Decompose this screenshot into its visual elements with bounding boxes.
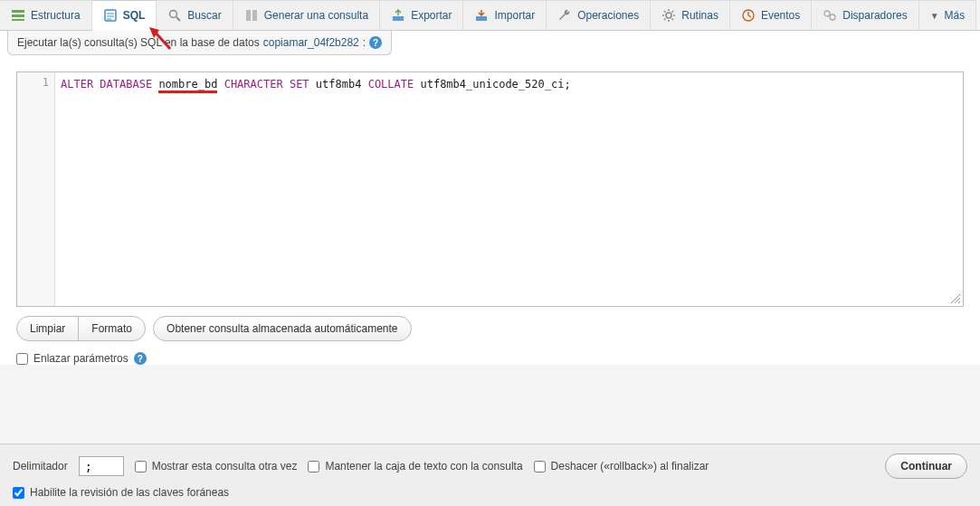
tab-events[interactable]: Eventos: [730, 0, 812, 30]
svg-rect-6: [246, 10, 251, 21]
fk-check-label[interactable]: Habilite la revisión de las claves forán…: [13, 486, 229, 499]
kw-database: DATABASE: [100, 78, 152, 91]
gear-icon: [661, 8, 676, 23]
wrench-icon: [557, 8, 572, 23]
autosave-button[interactable]: Obtener consulta almacenada automáticame…: [153, 316, 412, 341]
svg-rect-7: [252, 10, 257, 21]
tab-structure[interactable]: Estructura: [0, 0, 92, 30]
tab-import[interactable]: Importar: [463, 0, 547, 30]
svg-point-10: [666, 13, 671, 18]
tab-export[interactable]: Exportar: [380, 0, 463, 30]
tab-search[interactable]: Buscar: [157, 0, 233, 30]
sql-editor[interactable]: 1 ALTER DATABASE nombre_bd CHARACTER SET…: [16, 72, 964, 307]
delimiter-input[interactable]: [79, 456, 124, 476]
line-number: 1: [17, 76, 49, 89]
clear-button[interactable]: Limpiar: [17, 317, 78, 340]
main-content: Ejecutar la(s) consulta(s) SQL en la bas…: [0, 31, 980, 365]
svg-point-13: [830, 14, 835, 20]
clock-icon: [741, 8, 756, 23]
tab-label: SQL: [123, 9, 146, 22]
tab-routines[interactable]: Rutinas: [651, 0, 730, 30]
tab-label: Generar una consulta: [264, 9, 368, 22]
sql-run-header: Ejecutar la(s) consulta(s) SQL en la bas…: [7, 31, 392, 55]
tab-label: Rutinas: [681, 9, 718, 22]
fk-check-text: Habilite la revisión de las claves forán…: [30, 486, 229, 499]
editor-gutter: 1: [17, 72, 55, 306]
footer-row-1: Delimitador Mostrar esta consulta otra v…: [13, 453, 967, 479]
svg-rect-9: [476, 16, 487, 21]
tab-label: Eventos: [761, 9, 800, 22]
help-icon[interactable]: ?: [134, 352, 147, 365]
tab-label: Más: [945, 9, 966, 22]
structure-icon: [11, 8, 25, 23]
rollback-checkbox[interactable]: [534, 461, 546, 473]
svg-point-4: [170, 11, 177, 18]
export-icon: [391, 8, 405, 23]
tab-sql[interactable]: SQL: [92, 0, 157, 31]
retain-box-text: Mantener la caja de texto con la consult…: [325, 460, 522, 473]
editor-toolbar: Limpiar Formato Obtener consulta almacen…: [16, 316, 964, 341]
tab-operations[interactable]: Operaciones: [547, 0, 651, 30]
clear-format-group: Limpiar Formato: [16, 316, 146, 341]
continue-button[interactable]: Continuar: [885, 453, 967, 479]
tab-label: Buscar: [187, 9, 221, 22]
help-icon[interactable]: ?: [369, 36, 382, 49]
collate-value: utf8mb4_unicode_520_ci;: [420, 78, 570, 91]
kw-alter: ALTER: [61, 78, 93, 91]
rollback-label[interactable]: Deshacer («rollback») al finalizar: [534, 460, 709, 473]
header-dbname[interactable]: copiamar_04f2b282: [263, 36, 359, 49]
kw-character: CHARACTER: [224, 78, 283, 91]
svg-rect-0: [12, 10, 24, 13]
charset-value: utf8mb4: [316, 78, 362, 91]
svg-rect-8: [393, 16, 404, 21]
chevron-down-icon: ▼: [930, 11, 939, 21]
header-suffix: :: [363, 36, 366, 49]
fk-check-checkbox[interactable]: [13, 487, 24, 499]
bind-params-text: Enlazar parámetros: [33, 352, 128, 365]
bind-params-checkbox[interactable]: [16, 353, 28, 365]
tab-label: Estructura: [31, 9, 81, 22]
tab-label: Importar: [494, 9, 535, 22]
retain-box-checkbox[interactable]: [308, 461, 319, 473]
svg-line-5: [176, 17, 180, 21]
footer-row-2: Habilite la revisión de las claves forán…: [13, 486, 967, 499]
search-icon: [167, 8, 182, 23]
rollback-text: Deshacer («rollback») al finalizar: [551, 460, 709, 473]
tab-label: Disparadores: [842, 9, 907, 22]
db-identifier: nombre_bd: [158, 78, 217, 93]
retain-box-label[interactable]: Mantener la caja de texto con la consult…: [308, 460, 522, 473]
import-icon: [474, 8, 489, 23]
kw-set: SET: [290, 78, 309, 91]
footer-bar: Delimitador Mostrar esta consulta otra v…: [0, 444, 980, 506]
tab-more[interactable]: ▼ Más: [919, 0, 977, 30]
bind-params-label[interactable]: Enlazar parámetros: [16, 352, 128, 365]
tab-triggers[interactable]: Disparadores: [812, 0, 918, 30]
query-icon: [244, 8, 259, 23]
svg-point-12: [824, 11, 830, 16]
tab-label: Exportar: [411, 9, 452, 22]
editor-code[interactable]: ALTER DATABASE nombre_bd CHARACTER SET u…: [55, 72, 963, 306]
header-text-prefix: Ejecutar la(s) consulta(s) SQL en la bas…: [17, 36, 260, 49]
gears-icon: [823, 8, 837, 23]
sql-icon: [103, 8, 118, 23]
svg-rect-2: [12, 19, 24, 21]
bind-params-row: Enlazar parámetros ?: [16, 352, 964, 365]
delimiter-label: Delimitador: [13, 460, 68, 473]
show-again-text: Mostrar esta consulta otra vez: [152, 460, 298, 473]
format-button[interactable]: Formato: [78, 317, 145, 340]
show-again-checkbox[interactable]: [135, 461, 147, 473]
svg-rect-1: [12, 14, 24, 17]
kw-collate: COLLATE: [368, 78, 414, 91]
show-again-label[interactable]: Mostrar esta consulta otra vez: [135, 460, 298, 473]
tab-query-generator[interactable]: Generar una consulta: [233, 0, 380, 30]
resize-handle-icon[interactable]: [950, 293, 961, 304]
tab-bar: Estructura SQL Buscar Generar una consul…: [0, 0, 980, 31]
tab-label: Operaciones: [577, 9, 639, 22]
